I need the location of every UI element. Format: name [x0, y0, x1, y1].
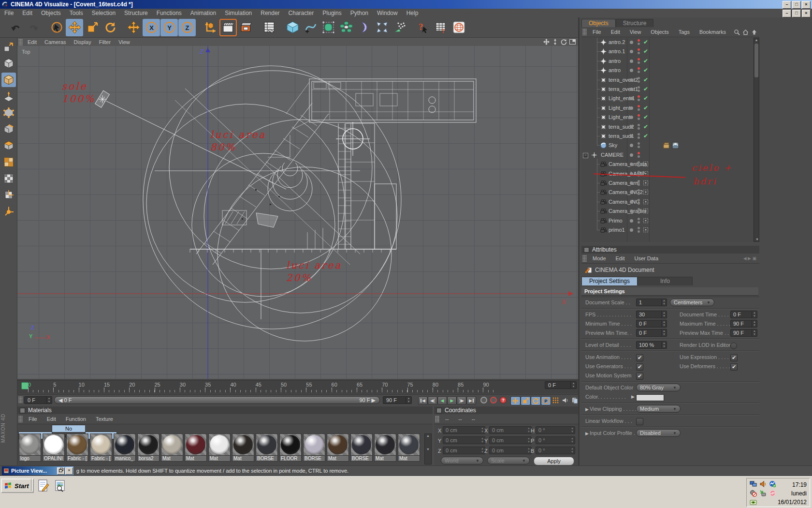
timeline-marker[interactable]: [21, 382, 29, 389]
materials-header[interactable]: Materials: [17, 406, 433, 415]
target-icon[interactable]: [643, 180, 649, 186]
min-frame-field[interactable]: 0 F▲▼: [24, 396, 52, 404]
menu-item-tags[interactable]: Tags: [674, 29, 695, 35]
layer-dot[interactable]: [630, 181, 633, 185]
editor-visibility-dot[interactable]: [638, 142, 640, 145]
render-visibility-dot[interactable]: [638, 52, 640, 54]
drag-grip[interactable]: [18, 39, 23, 45]
objects-scrollbar[interactable]: ▲▼: [754, 38, 759, 242]
object-row[interactable]: Camera_ING2: [581, 188, 759, 197]
tab-project-settings[interactable]: Project Settings: [581, 277, 638, 285]
vp-pan-icon[interactable]: [543, 38, 550, 45]
editor-visibility-dot[interactable]: [638, 77, 640, 79]
object-row[interactable]: antro✔: [581, 66, 759, 75]
attr-nav-icons[interactable]: ◀ ▶ ▣: [743, 256, 756, 261]
menu-item-objects[interactable]: Objects: [646, 29, 673, 35]
attr-dropdown-80-gray[interactable]: 80% Gray▼: [636, 384, 681, 391]
coord-field-y-1[interactable]: 0 cm▲▼: [489, 436, 532, 444]
menu-item-file[interactable]: File: [588, 29, 606, 35]
lock-z-button[interactable]: Z: [178, 19, 196, 36]
enabled-check-icon[interactable]: ✔: [643, 48, 648, 55]
layer-dot[interactable]: [630, 106, 633, 110]
vp-rotate-icon[interactable]: [560, 38, 567, 45]
record-parameter-toggle[interactable]: P: [541, 396, 551, 405]
uv-checker-button[interactable]: [1, 171, 16, 186]
editor-visibility-dot[interactable]: [638, 171, 640, 173]
render-visibility-dot[interactable]: [638, 230, 640, 233]
model-mode-button[interactable]: [1, 56, 16, 71]
next-key-button[interactable]: )▶: [457, 396, 466, 405]
undo-button[interactable]: [7, 19, 24, 36]
sound-button[interactable]: [561, 396, 570, 404]
attr-field-preview-min-time[interactable]: 0 F▲▼: [636, 329, 667, 337]
deformer-button[interactable]: [355, 19, 373, 36]
layer-tab-no-layer[interactable]: No Layer: [52, 425, 85, 433]
array-object-button[interactable]: [337, 19, 355, 36]
target-icon[interactable]: [643, 227, 649, 233]
goto-start-button[interactable]: ◀: [418, 396, 428, 405]
texture-axis-button[interactable]: [1, 188, 16, 202]
menu-item-texture[interactable]: Texture: [91, 416, 118, 422]
enabled-check-icon[interactable]: ✔: [643, 114, 648, 120]
move-button[interactable]: [66, 19, 83, 36]
removable-device-icon[interactable]: [759, 490, 767, 497]
up-arrow-icon[interactable]: [751, 29, 757, 35]
render-visibility-dot[interactable]: [638, 108, 640, 111]
nvidia-icon[interactable]: [750, 499, 757, 506]
coord-field-z-2[interactable]: 0 cm▲▼: [489, 447, 532, 454]
attr-checkbox-use-animation[interactable]: ✔: [636, 354, 643, 361]
object-row[interactable]: terra_sud2✔: [581, 122, 759, 132]
material-swatch[interactable]: BORSE: [350, 433, 373, 463]
enabled-check-icon[interactable]: ✔: [643, 58, 648, 64]
editor-visibility-dot[interactable]: [638, 180, 640, 182]
enabled-check-icon[interactable]: ✔: [643, 86, 648, 92]
material-swatch[interactable]: Mat: [208, 433, 231, 463]
enabled-check-icon[interactable]: ✔: [643, 105, 648, 111]
texture-mode-button[interactable]: [1, 155, 16, 169]
attr-checkbox-use-motion-system[interactable]: ✔: [636, 373, 643, 380]
last-tool-button[interactable]: [125, 19, 142, 36]
tab-info[interactable]: Info: [638, 277, 693, 285]
frame-powerslider[interactable]: ◀ 0 F 90 F ▶: [54, 396, 380, 404]
menu-item-edit[interactable]: Edit: [606, 29, 625, 35]
network-icon[interactable]: [750, 480, 757, 488]
current-frame-field[interactable]: 0 F▲▼: [545, 381, 577, 389]
enabled-check-icon[interactable]: ✔: [643, 39, 648, 45]
coord-field-x-0[interactable]: 0 cm▲▼: [443, 426, 485, 434]
workplane-button[interactable]: [1, 89, 16, 104]
editor-visibility-dot[interactable]: [638, 48, 640, 51]
material-swatch[interactable]: Mat: [232, 433, 254, 463]
editor-visibility-dot[interactable]: [638, 105, 640, 107]
tab-structure[interactable]: Structure: [616, 19, 654, 28]
target-icon[interactable]: [643, 189, 649, 195]
object-mode-button[interactable]: [1, 73, 16, 87]
target-icon[interactable]: [643, 218, 649, 224]
apply-button[interactable]: Apply: [534, 457, 574, 465]
polygons-mode-button[interactable]: [1, 138, 16, 153]
coord-dropdown-scale[interactable]: Scale▼: [487, 457, 530, 464]
layer-dot[interactable]: [630, 144, 633, 147]
drag-grip[interactable]: [18, 416, 23, 422]
menu-item-tools[interactable]: Tools: [65, 10, 87, 16]
material-swatch[interactable]: Mat: [374, 433, 396, 463]
menu-item-filter[interactable]: Filter: [95, 39, 115, 45]
render-visibility-dot[interactable]: [638, 127, 640, 130]
layer-dot[interactable]: [630, 125, 633, 129]
target-icon[interactable]: [643, 161, 649, 167]
object-row[interactable]: Camera_arm: [581, 179, 759, 188]
layer-dot[interactable]: [630, 116, 633, 119]
attr-checkbox-use-expression[interactable]: ✔: [730, 354, 738, 361]
render-visibility-dot[interactable]: [638, 183, 640, 186]
layer-dot[interactable]: [630, 60, 633, 63]
material-swatch[interactable]: OPALINI: [43, 433, 65, 463]
object-row[interactable]: −CAMERE: [581, 150, 759, 160]
material-swatch[interactable]: Fabric - [: [66, 433, 88, 463]
menu-item-view[interactable]: View: [625, 29, 646, 35]
blocked-icon[interactable]: [750, 490, 757, 497]
editor-visibility-dot[interactable]: [638, 152, 640, 154]
menu-item-file[interactable]: File: [0, 10, 18, 16]
object-row[interactable]: antro.1✔: [581, 47, 759, 56]
attr-field-maximum-time[interactable]: 90 F▲▼: [730, 320, 757, 328]
material-swatch[interactable]: logo: [19, 433, 41, 463]
redo-button[interactable]: [25, 19, 42, 36]
